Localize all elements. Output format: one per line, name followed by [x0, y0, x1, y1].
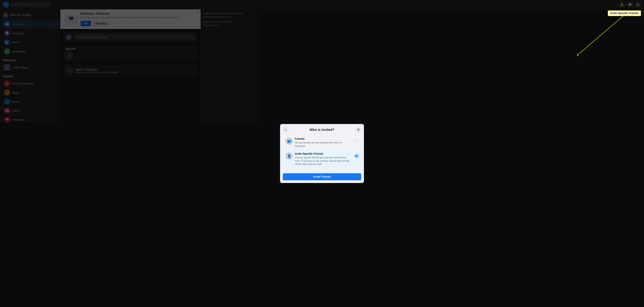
modal-overlay[interactable]: ← Who is invited? ✕ 👥 Friends All your f… — [0, 0, 258, 123]
